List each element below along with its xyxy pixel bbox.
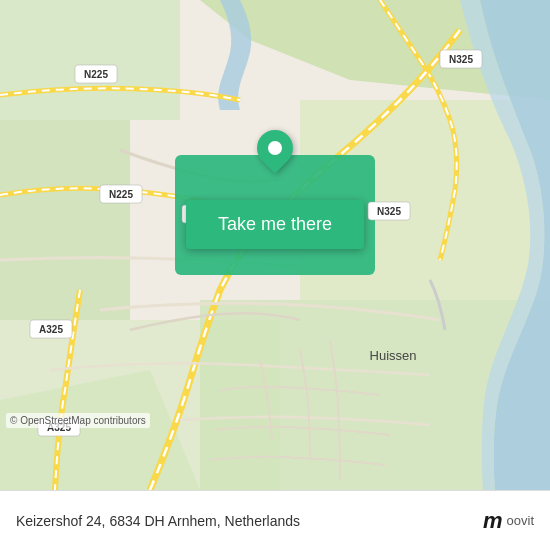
svg-text:N225: N225 [84, 69, 108, 80]
svg-rect-1 [0, 0, 180, 120]
svg-rect-2 [0, 120, 130, 320]
map-container: N225 N225 N325 N325 A325 A325 N3 Huissen… [0, 0, 550, 490]
address-label: Keizershof 24, 6834 DH Arnhem, Netherlan… [16, 513, 300, 529]
location-pin [257, 130, 293, 166]
moovit-logo: m oovit [483, 508, 534, 534]
svg-text:N325: N325 [377, 206, 401, 217]
pin-inner-dot [268, 141, 282, 155]
map-attribution: © OpenStreetMap contributors [6, 413, 150, 428]
moovit-logo-suffix: oovit [507, 513, 534, 528]
svg-text:N225: N225 [109, 189, 133, 200]
svg-text:N325: N325 [449, 54, 473, 65]
svg-text:Huissen: Huissen [370, 348, 417, 363]
svg-text:A325: A325 [39, 324, 63, 335]
pin-marker [250, 123, 301, 174]
bottom-bar: Keizershof 24, 6834 DH Arnhem, Netherlan… [0, 490, 550, 550]
take-me-there-button[interactable]: Take me there [186, 200, 364, 249]
moovit-logo-text: m [483, 508, 503, 534]
